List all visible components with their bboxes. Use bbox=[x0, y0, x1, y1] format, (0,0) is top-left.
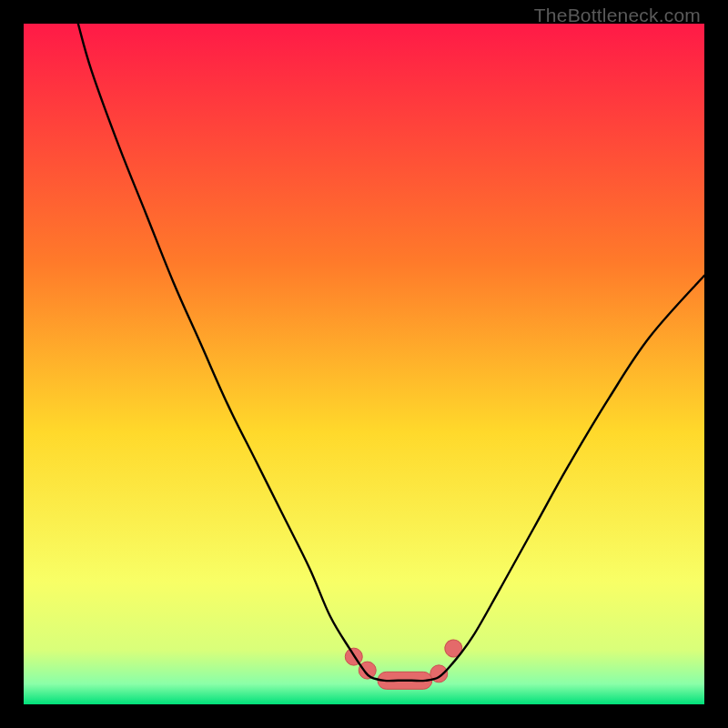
chart-stage: TheBottleneck.com bbox=[0, 0, 728, 728]
marker-dot bbox=[359, 662, 376, 679]
watermark-text: TheBottleneck.com bbox=[534, 5, 701, 25]
plot-area bbox=[24, 24, 704, 704]
plot-svg bbox=[24, 24, 704, 704]
gradient-background bbox=[24, 24, 704, 704]
